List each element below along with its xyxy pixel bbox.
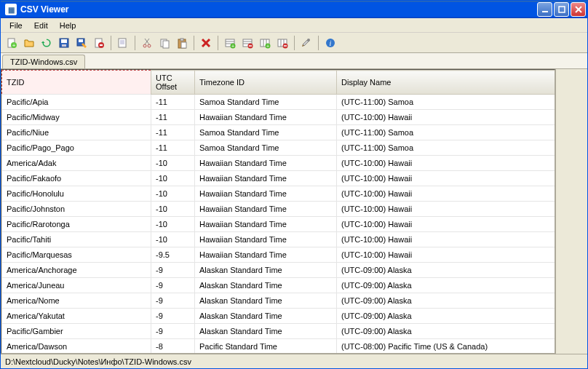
table-cell[interactable]: -8 [151,339,195,354]
table-cell[interactable]: (UTC-10:00) Hawaii [337,232,555,247]
reload-button[interactable] [39,35,55,51]
table-cell[interactable]: -11 [151,125,195,140]
table-cell[interactable]: (UTC-09:00) Alaska [337,324,555,339]
table-cell[interactable]: America/Adak [2,156,151,171]
column-header[interactable]: TZID [2,71,151,95]
table-cell[interactable]: (UTC-09:00) Alaska [337,278,555,293]
paste-button[interactable] [174,35,190,51]
close-file-button[interactable] [91,35,107,51]
table-cell[interactable]: America/Yakutat [2,309,151,324]
table-row[interactable]: America/Adak-10Hawaiian Standard Time(UT… [2,156,555,171]
table-cell[interactable]: (UTC-10:00) Hawaii [337,110,555,125]
table-cell[interactable]: Hawaiian Standard Time [195,232,337,247]
table-row[interactable]: Pacific/Marquesas-9.5Hawaiian Standard T… [2,247,555,263]
table-row[interactable]: Pacific/Rarotonga-10Hawaiian Standard Ti… [2,217,555,232]
table-cell[interactable]: -10 [151,171,195,186]
table-cell[interactable]: -11 [151,140,195,156]
table-cell[interactable]: -9 [151,278,195,293]
table-cell[interactable]: -10 [151,217,195,232]
table-cell[interactable]: Hawaiian Standard Time [195,202,337,217]
save-button[interactable] [56,35,72,51]
table-cell[interactable]: (UTC-09:00) Alaska [337,263,555,278]
table-cell[interactable]: Samoa Standard Time [195,140,337,156]
table-cell[interactable]: -10 [151,232,195,247]
table-cell[interactable]: -9 [151,309,195,324]
table-row[interactable]: America/Dawson-8Pacific Standard Time(UT… [2,339,555,354]
table-cell[interactable]: -10 [151,186,195,202]
table-row[interactable]: Pacific/Johnston-10Hawaiian Standard Tim… [2,202,555,217]
table-cell[interactable]: Alaskan Standard Time [195,278,337,293]
column-header[interactable]: Timezone ID [195,71,337,95]
table-cell[interactable]: -10 [151,156,195,171]
table-cell[interactable]: Samoa Standard Time [195,95,337,110]
table-cell[interactable]: (UTC-10:00) Hawaii [337,171,555,186]
table-cell[interactable]: -9 [151,293,195,309]
table-cell[interactable]: Hawaiian Standard Time [195,217,337,232]
delete-col-button[interactable] [274,35,290,51]
table-row[interactable]: Pacific/Midway-11Hawaiian Standard Time(… [2,110,555,125]
delete-row-button[interactable] [239,35,255,51]
table-cell[interactable]: (UTC-09:00) Alaska [337,293,555,309]
insert-row-button[interactable]: + [222,35,238,51]
preview-button[interactable] [115,35,131,51]
table-cell[interactable]: (UTC-11:00) Samoa [337,125,555,140]
table-cell[interactable]: Pacific/Fakaofo [2,171,151,186]
table-cell[interactable]: Pacific/Pago_Pago [2,140,151,156]
table-cell[interactable]: -9 [151,263,195,278]
table-cell[interactable]: Pacific/Rarotonga [2,217,151,232]
table-cell[interactable]: Hawaiian Standard Time [195,186,337,202]
grid-scroll[interactable]: TZIDUTC OffsetTimezone IDDisplay Name Pa… [1,69,555,354]
table-cell[interactable]: (UTC-11:00) Samoa [337,95,555,110]
table-cell[interactable]: (UTC-10:00) Hawaii [337,202,555,217]
table-cell[interactable]: Pacific Standard Time [195,339,337,354]
menu-file[interactable]: File [4,20,28,31]
table-cell[interactable]: Pacific/Johnston [2,202,151,217]
column-header[interactable]: UTC Offset [151,71,195,95]
table-row[interactable]: Pacific/Fakaofo-10Hawaiian Standard Time… [2,171,555,186]
table-cell[interactable]: America/Nome [2,293,151,309]
column-header[interactable]: Display Name [337,71,555,95]
table-cell[interactable]: America/Anchorage [2,263,151,278]
table-row[interactable]: America/Juneau-9Alaskan Standard Time(UT… [2,278,555,293]
table-cell[interactable]: -10 [151,202,195,217]
titlebar[interactable]: ▦ CSV Viewer [1,1,587,18]
table-row[interactable]: America/Anchorage-9Alaskan Standard Time… [2,263,555,278]
table-cell[interactable]: (UTC-10:00) Hawaii [337,217,555,232]
about-button[interactable]: i [322,35,338,51]
table-cell[interactable]: (UTC-10:00) Hawaii [337,247,555,263]
open-file-button[interactable] [21,35,37,51]
table-cell[interactable]: Samoa Standard Time [195,125,337,140]
table-row[interactable]: America/Nome-9Alaskan Standard Time(UTC-… [2,293,555,309]
table-cell[interactable]: Hawaiian Standard Time [195,110,337,125]
table-cell[interactable]: Alaskan Standard Time [195,324,337,339]
table-cell[interactable]: Hawaiian Standard Time [195,171,337,186]
table-row[interactable]: Pacific/Gambier-9Alaskan Standard Time(U… [2,324,555,339]
table-cell[interactable]: Pacific/Tahiti [2,232,151,247]
save-as-button[interactable] [74,35,90,51]
table-row[interactable]: Pacific/Apia-11Samoa Standard Time(UTC-1… [2,95,555,110]
table-cell[interactable]: (UTC-11:00) Samoa [337,140,555,156]
table-cell[interactable]: (UTC-09:00) Alaska [337,309,555,324]
table-cell[interactable]: Pacific/Honolulu [2,186,151,202]
cut-button[interactable] [139,35,155,51]
table-cell[interactable]: Hawaiian Standard Time [195,247,337,263]
table-cell[interactable]: (UTC-10:00) Hawaii [337,186,555,202]
table-cell[interactable]: America/Dawson [2,339,151,354]
table-cell[interactable]: Pacific/Marquesas [2,247,151,263]
table-cell[interactable]: Pacific/Apia [2,95,151,110]
table-cell[interactable]: Alaskan Standard Time [195,309,337,324]
table-cell[interactable]: -11 [151,95,195,110]
new-file-button[interactable]: + [4,35,20,51]
table-row[interactable]: Pacific/Honolulu-10Hawaiian Standard Tim… [2,186,555,202]
table-cell[interactable]: America/Juneau [2,278,151,293]
file-tab[interactable]: TZID-Windows.csv [2,55,85,68]
close-button[interactable] [571,2,586,17]
copy-button[interactable] [156,35,172,51]
minimize-button[interactable] [537,2,552,17]
table-row[interactable]: Pacific/Tahiti-10Hawaiian Standard Time(… [2,232,555,247]
table-cell[interactable]: (UTC-10:00) Hawaii [337,156,555,171]
table-cell[interactable]: Hawaiian Standard Time [195,156,337,171]
menu-edit[interactable]: Edit [28,20,54,31]
menu-help[interactable]: Help [54,20,82,31]
table-cell[interactable]: -9.5 [151,247,195,263]
